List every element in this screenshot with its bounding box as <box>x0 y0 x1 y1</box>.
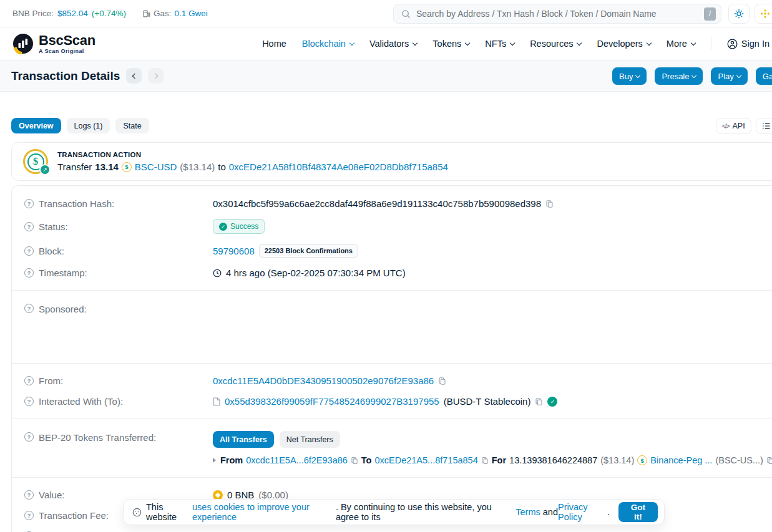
tokens-transferred-label: BEP-20 Tokens Transferred: <box>39 432 156 443</box>
value-label: Value: <box>39 490 64 500</box>
action-to-address-link[interactable]: 0xcEDe21A58f10Bf48374Ae08eF02D8Db8f715a8… <box>229 162 448 172</box>
from-address-link[interactable]: 0xcdc11E5A4D0bDE3430951900502e9076f2E93a… <box>213 375 434 386</box>
help-icon[interactable]: ? <box>24 397 34 406</box>
transfer-filters: All Transfers Net Transfers <box>213 431 772 448</box>
help-icon[interactable]: ? <box>24 490 34 500</box>
search-bar[interactable]: / <box>393 4 721 24</box>
chevron-down-icon <box>635 72 640 77</box>
list-icon <box>762 122 771 130</box>
copy-icon[interactable] <box>438 377 446 385</box>
api-button[interactable]: </> API <box>716 118 751 134</box>
nav-item-developers[interactable]: Developers <box>597 39 650 49</box>
caret-right-icon <box>213 458 216 463</box>
tab-state[interactable]: State <box>115 118 149 133</box>
row-status: ? Status: ✓ Success <box>12 214 772 239</box>
help-icon[interactable]: ? <box>24 268 34 278</box>
nav-item-home[interactable]: Home <box>262 39 286 49</box>
play-button[interactable]: Play <box>711 67 747 85</box>
help-icon[interactable]: ? <box>24 246 34 256</box>
help-icon[interactable]: ? <box>24 511 34 520</box>
divider <box>12 418 772 419</box>
theme-toggle-button[interactable] <box>728 4 750 24</box>
gaming-button[interactable]: Gaming <box>756 67 772 85</box>
search-icon <box>401 9 411 19</box>
sign-in-button[interactable]: Sign In <box>727 39 770 49</box>
nav-item-resources[interactable]: Resources <box>530 39 581 49</box>
prev-transaction-button[interactable] <box>126 68 142 84</box>
transaction-fee-label: Transaction Fee: <box>39 510 109 521</box>
nav-separator <box>711 37 711 50</box>
bnb-price-change: (+0.74%) <box>92 9 126 18</box>
net-transfers-button[interactable]: Net Transfers <box>280 431 340 448</box>
help-icon[interactable]: ? <box>24 222 34 231</box>
bnb-price-value[interactable]: $852.04 <box>57 9 88 18</box>
block-number-link[interactable]: 59790608 <box>213 246 255 256</box>
contract-address-link[interactable]: 0x55d398326f99059fF775485246999027B31979… <box>225 396 439 407</box>
search-shortcut-badge: / <box>704 7 716 21</box>
buy-button[interactable]: Buy <box>612 67 647 85</box>
help-icon[interactable]: ? <box>24 199 34 208</box>
help-icon[interactable]: ? <box>24 376 34 385</box>
verified-contract-icon: ✓ <box>547 397 557 407</box>
user-icon <box>727 39 738 49</box>
timestamp-value: 4 hrs ago (Sep-02-2025 07:30:34 PM UTC) <box>226 268 406 278</box>
chevron-down-icon <box>577 40 582 45</box>
nav-item-nfts[interactable]: NFTs <box>485 39 514 49</box>
brand-tagline: A Scan Original <box>39 49 95 54</box>
copy-icon[interactable] <box>351 457 358 465</box>
copy-icon[interactable] <box>481 457 489 465</box>
divider <box>12 290 772 291</box>
page-title: Transaction Details <box>11 69 120 83</box>
action-title: TRANSACTION ACTION <box>57 151 448 158</box>
transfer-token-link[interactable]: Binance-Peg ... <box>650 455 712 465</box>
timestamp-label: Timestamp: <box>39 268 87 278</box>
tx-hash-value: 0x3014cfbc5f959a6c6ae2cc8daf449f88a6e9d1… <box>213 198 541 209</box>
action-amount: 13.14 <box>95 162 119 172</box>
transfer-usd: ($13.14) <box>600 455 634 465</box>
nav-item-tokens[interactable]: Tokens <box>432 39 469 49</box>
nav-item-blockchain[interactable]: Blockchain <box>302 39 354 49</box>
action-text: TRANSACTION ACTION Transfer 13.14 $ BSC-… <box>57 151 448 172</box>
network-bnb-button[interactable] <box>755 4 772 24</box>
token-icon: $ <box>637 455 647 465</box>
nav-item-more[interactable]: More <box>667 39 695 49</box>
chevron-down-icon <box>647 40 652 45</box>
row-from: ? From: 0xcdc11E5A4D0bDE3430951900502e90… <box>12 370 772 391</box>
view-options-button[interactable] <box>756 118 772 134</box>
copy-icon[interactable] <box>535 397 543 406</box>
divider <box>12 477 772 478</box>
next-transaction-button[interactable] <box>148 68 164 84</box>
tab-overview[interactable]: Overview <box>11 118 61 133</box>
privacy-policy-link[interactable]: Privacy Policy <box>558 502 607 522</box>
search-input[interactable] <box>416 9 698 19</box>
divider <box>12 363 772 364</box>
gas-value[interactable]: 0.1 Gwei <box>175 9 208 18</box>
chevron-down-icon <box>691 40 696 45</box>
copy-icon[interactable] <box>766 457 772 465</box>
main-navbar: BscScan A Scan Original Home Blockchain … <box>0 27 772 60</box>
status-badge: ✓ Success <box>213 219 265 234</box>
chevron-down-icon <box>349 40 354 45</box>
token-link[interactable]: BSC-USD <box>135 162 177 172</box>
gas-pump-icon <box>142 9 150 18</box>
terms-link[interactable]: Terms <box>515 507 540 517</box>
brand-logo[interactable]: BscScan A Scan Original <box>12 33 95 54</box>
copy-icon[interactable] <box>545 200 554 208</box>
cookies-info-link[interactable]: uses cookies to improve your experience <box>192 502 336 522</box>
bnb-logo-icon <box>760 8 771 19</box>
transfer-from-link[interactable]: 0xcdc11E5A...6f2E93a86 <box>246 455 348 465</box>
all-transfers-button[interactable]: All Transfers <box>213 431 274 448</box>
transfer-to-link[interactable]: 0xcEDe21A5...8f715a854 <box>374 455 477 465</box>
nav-menu: Home Blockchain Validators Tokens NFTs R… <box>262 27 770 60</box>
tab-logs[interactable]: Logs (1) <box>67 118 110 133</box>
presale-button[interactable]: Presale <box>655 67 703 85</box>
transfer-arrow-badge-icon: ↗ <box>39 164 51 175</box>
help-icon[interactable]: ? <box>24 432 34 442</box>
gas-label: Gas: <box>154 9 172 18</box>
transaction-details-card: ? Transaction Hash: 0x3014cfbc5f959a6c6a… <box>11 185 772 532</box>
help-icon[interactable]: ? <box>24 304 34 313</box>
bnb-price-label: BNB Price: <box>12 9 54 18</box>
cookie-consent-banner: This website uses cookies to improve you… <box>123 499 665 525</box>
nav-item-validators[interactable]: Validators <box>369 39 417 49</box>
got-it-button[interactable]: Got it! <box>618 502 658 522</box>
